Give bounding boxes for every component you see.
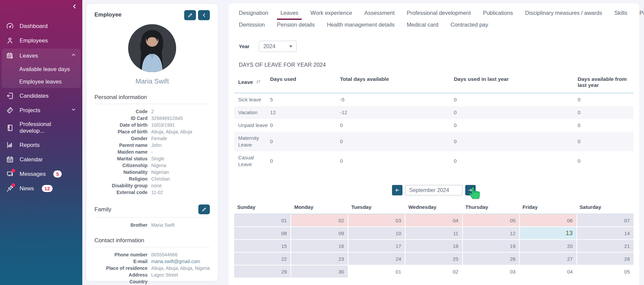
sidebar-item-calendar[interactable]: Calendar bbox=[0, 152, 82, 167]
tab-contracted-pay[interactable]: Contracted pay bbox=[447, 20, 492, 32]
sidebar-item-reports[interactable]: Reports bbox=[0, 138, 82, 152]
cell-days-used-last-year: 0 bbox=[454, 106, 578, 119]
tab-assessment[interactable]: Assessment bbox=[361, 8, 398, 20]
calendar-day-cell[interactable]: 11 bbox=[405, 227, 462, 239]
calendar-day-cell[interactable]: 05 bbox=[577, 265, 634, 278]
year-select[interactable]: 2024 bbox=[259, 41, 297, 52]
calendar-day-cell[interactable]: 22 bbox=[234, 253, 290, 265]
calendar-day-cell[interactable]: 16 bbox=[291, 240, 347, 252]
column-header-leave: Leave bbox=[238, 79, 253, 85]
calendar-day-cell[interactable]: 01 bbox=[234, 214, 290, 226]
calendar-day-cell[interactable]: 13 bbox=[520, 227, 576, 239]
notification-dot bbox=[11, 183, 15, 187]
calendar-day-cell[interactable]: 08 bbox=[234, 227, 290, 239]
field-value: Nigeria bbox=[151, 162, 210, 169]
projects-icon bbox=[6, 106, 14, 114]
calendar-day-cell[interactable]: 07 bbox=[577, 214, 634, 226]
sidebar-item-projects[interactable]: Projects bbox=[0, 103, 82, 118]
sidebar-collapse-button[interactable] bbox=[70, 3, 79, 11]
tab-designation[interactable]: Designation bbox=[235, 8, 272, 20]
sidebar-item-professional-development[interactable]: Professional develop... bbox=[0, 118, 82, 138]
calendar-grid: 0102030405060708091011121314151617181920… bbox=[234, 214, 634, 278]
tab-skills[interactable]: Skills bbox=[611, 8, 631, 20]
field-value: none bbox=[151, 182, 210, 189]
previous-month-button[interactable] bbox=[392, 185, 402, 195]
tab-demission[interactable]: Demission bbox=[235, 20, 268, 32]
field-label: Brother bbox=[94, 222, 147, 228]
tab-pension-details[interactable]: Pension details bbox=[274, 20, 318, 32]
calendar-day-cell[interactable]: 30 bbox=[291, 265, 347, 278]
tab-medical-card[interactable]: Medical card bbox=[403, 20, 442, 32]
calendar-day-cell[interactable]: 23 bbox=[291, 253, 347, 265]
cell-leave-type: Casual Leave bbox=[234, 151, 270, 171]
calendar-day-cell[interactable]: 18 bbox=[405, 240, 462, 252]
calendar-day-cell[interactable]: 20 bbox=[520, 240, 576, 252]
calendar-day-cell[interactable]: 12 bbox=[463, 227, 519, 239]
sidebar-item-messages[interactable]: Messages 5 bbox=[0, 167, 82, 181]
tab-publications[interactable]: Publications bbox=[480, 8, 516, 20]
tab-leaves[interactable]: Leaves bbox=[277, 8, 302, 20]
calendar-day-cell[interactable]: 21 bbox=[577, 240, 634, 252]
tab-professions[interactable]: Professions bbox=[636, 8, 644, 20]
calendar-day-cell[interactable]: 17 bbox=[348, 240, 405, 252]
calendar-day-cell[interactable]: 04 bbox=[405, 214, 462, 226]
sidebar-item-dashboard[interactable]: Dashboard bbox=[0, 19, 82, 33]
field-value[interactable]: maria.swift@gmail.com bbox=[151, 258, 210, 265]
month-input[interactable]: September 2024 bbox=[405, 185, 463, 195]
calendar-day-cell[interactable]: 28 bbox=[577, 253, 634, 265]
sidebar-item-employees[interactable]: Employees bbox=[0, 33, 82, 48]
field-value bbox=[151, 278, 210, 285]
calendar-day-cell[interactable]: 01 bbox=[348, 265, 405, 278]
calendar-day-cell[interactable]: 15 bbox=[234, 240, 290, 252]
calendar-day-cell[interactable]: 26 bbox=[463, 253, 519, 265]
tab-professional-development[interactable]: Professional development bbox=[403, 8, 474, 20]
leave-calendar: SundayMondayTuesdayWednesdayThursdayFrid… bbox=[234, 204, 634, 278]
dashboard-icon bbox=[6, 22, 14, 30]
calendar-day-cell[interactable]: 14 bbox=[577, 227, 634, 239]
cell-total-days-available: -12 bbox=[340, 106, 454, 119]
field-value: 0055544666 bbox=[151, 251, 210, 258]
calendar-day-cell[interactable]: 24 bbox=[348, 253, 405, 265]
calendar-day-cell[interactable]: 04 bbox=[520, 265, 576, 278]
sidebar-subitem-employee-leaves[interactable]: Employee leaves bbox=[2, 75, 81, 88]
tab-health-management-details[interactable]: Health management details bbox=[324, 20, 398, 32]
calendar-day-cell[interactable]: 29 bbox=[234, 265, 290, 278]
cell-days-used: 0 bbox=[270, 135, 340, 148]
field-label: ID Card bbox=[94, 115, 147, 122]
contact-information-fields: Phone number0055544666E-mailmaria.swift@… bbox=[94, 251, 210, 285]
calendar-day-cell[interactable]: 27 bbox=[520, 253, 576, 265]
sidebar-subitem-available-leave-days[interactable]: Available leave days bbox=[2, 63, 81, 75]
sidebar-item-candidates[interactable]: Candidates bbox=[0, 89, 82, 103]
sort-icon[interactable] bbox=[256, 79, 261, 86]
tab-disciplinary-measures-awards[interactable]: Disciplinary measures / awards bbox=[522, 8, 606, 20]
calendar-day-cell[interactable]: 03 bbox=[348, 214, 405, 226]
sidebar-item-news[interactable]: News 12 bbox=[0, 181, 82, 196]
calendar-day-cell[interactable]: 02 bbox=[291, 214, 347, 226]
calendar-day-cell[interactable]: 02 bbox=[405, 265, 462, 278]
field-label: Address bbox=[94, 272, 147, 278]
tab-work-experience[interactable]: Work experience bbox=[307, 8, 356, 20]
field-label: E-mail bbox=[94, 258, 147, 265]
sidebar-item-leaves[interactable]: Leaves bbox=[2, 49, 81, 63]
calendar-day-cell[interactable]: 19 bbox=[463, 240, 519, 252]
calendar-day-cell[interactable]: 25 bbox=[405, 253, 462, 265]
sidebar-item-label: Reports bbox=[20, 142, 40, 149]
field-label: Place of residence bbox=[94, 265, 147, 272]
cell-days-used: 5 bbox=[270, 93, 340, 106]
field-label: Maiden name bbox=[94, 149, 147, 155]
field-value: Abuja, Abuja, Abuja bbox=[151, 128, 210, 135]
column-header-total-days-available: Total days available bbox=[340, 76, 454, 88]
back-button[interactable] bbox=[198, 10, 210, 20]
calendar-day-cell[interactable]: 05 bbox=[463, 214, 519, 226]
edit-employee-button[interactable] bbox=[184, 10, 196, 20]
cell-days-used-last-year: 0 bbox=[454, 155, 578, 167]
calendar-day-cell[interactable]: 03 bbox=[463, 265, 519, 278]
edit-family-button[interactable] bbox=[198, 204, 210, 214]
chevron-down-icon bbox=[71, 107, 76, 114]
contact-information-heading: Contact information bbox=[94, 237, 210, 244]
calendar-day-cell[interactable]: 10 bbox=[348, 227, 405, 239]
calendar-day-cell[interactable]: 09 bbox=[291, 227, 347, 239]
divider bbox=[94, 217, 210, 218]
tabs-row-2: DemissionPension detailsHealth managemen… bbox=[234, 20, 634, 32]
calendar-day-cell[interactable]: 06 bbox=[520, 214, 576, 226]
